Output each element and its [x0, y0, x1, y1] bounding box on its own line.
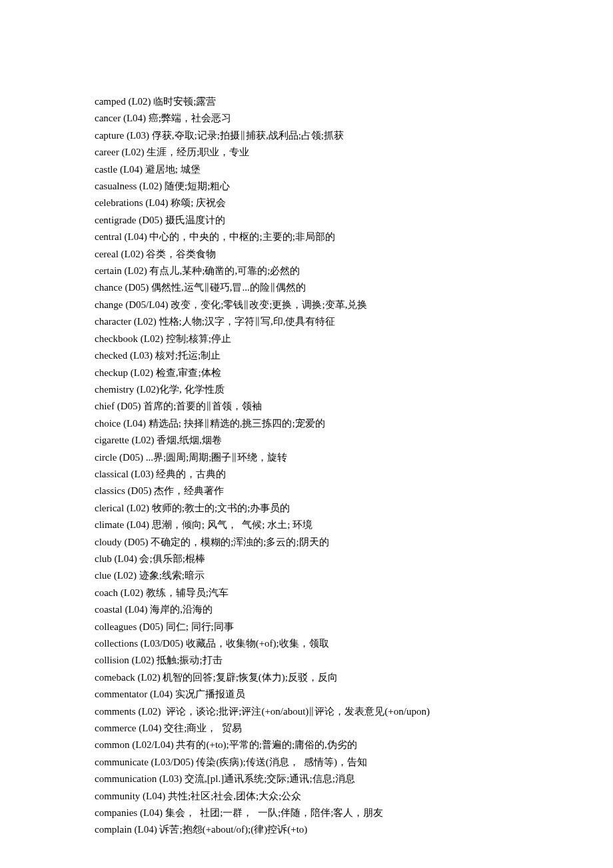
entry-definition: 检查,审查;体检	[156, 367, 221, 378]
vocabulary-entry: commentator (L04) 实况广播报道员	[95, 686, 613, 703]
entry-word: comments	[95, 706, 136, 717]
entry-definition: 有点儿,某种;确凿的,可靠的;必然的	[149, 265, 300, 276]
vocabulary-entry: coastal (L04) 海岸的,沿海的	[95, 601, 613, 618]
entry-word: club	[95, 553, 112, 564]
entry-definition: 化学性质	[185, 384, 225, 395]
entry-word: checkup	[95, 367, 128, 378]
entry-word: certain	[95, 265, 122, 276]
vocabulary-entry: comments (L02) 评论，谈论;批评;评注(+on/about)‖评论…	[95, 703, 613, 720]
vocabulary-entry: character (L02) 性格;人物;汉字，字符‖写,印,使具有特征	[95, 313, 613, 330]
vocabulary-entry: communicate (L03/D05) 传染(疾病);传送(消息， 感情等)…	[95, 754, 613, 771]
entry-code: (L04)	[123, 418, 146, 429]
entry-definition: 牧师的;教士的;文书的;办事员的	[152, 503, 291, 513]
vocabulary-entry: camped (L02) 临时安顿;露营	[95, 93, 613, 110]
entry-definition: 交往;商业， 贸易	[164, 723, 242, 733]
entry-word: communication	[95, 773, 157, 784]
entry-word: cloudy	[95, 537, 122, 547]
entry-definition: 临时安顿;露营	[153, 96, 216, 107]
entry-word: cereal	[95, 249, 119, 259]
vocabulary-entry: common (L02/L04) 共有的(+to);平常的;普遍的;庸俗的,伪劣…	[95, 737, 613, 753]
entry-definition: 交流,[pl.]通讯系统;交际;通讯;信息;消息	[185, 773, 355, 784]
vocabulary-entry: certain (L02) 有点儿,某种;确凿的,可靠的;必然的	[95, 263, 613, 279]
vocabulary-entry: complain (L04) 诉苦;抱怨(+about/of);(律)控诉(+t…	[95, 821, 613, 838]
vocabulary-entry: colleagues (D05) 同仁; 同行;同事	[95, 619, 613, 635]
entry-definition: 教练，辅导员;汽车	[146, 587, 229, 598]
entry-code: (L02)	[121, 147, 144, 157]
entry-code: (L02)	[127, 503, 149, 513]
vocabulary-entry: clerical (L02) 牧师的;教士的;文书的;办事员的	[95, 500, 613, 517]
vocabulary-entry: classical (L03) 经典的，古典的	[95, 466, 613, 483]
entry-word: classical	[95, 469, 129, 479]
entry-definition: 香烟,纸烟,烟卷	[157, 435, 222, 445]
vocabulary-entry: community (L04) 共性;社区;社会,团体;大众;公众	[95, 788, 613, 805]
vocabulary-entry: chance (D05) 偶然性,运气‖碰巧,冒...的险‖偶然的	[95, 279, 613, 296]
entry-word: checkbook	[95, 333, 138, 344]
entry-code: (L03)	[159, 773, 182, 784]
entry-definition: 偶然性,运气‖碰巧,冒...的险‖偶然的	[151, 282, 306, 293]
entry-definition: 俘获,夺取;记录;拍摄‖捕获,战利品;占领;抓获	[152, 130, 344, 141]
entry-definition: 称颂; 庆祝会	[171, 197, 226, 208]
vocabulary-entry: checkup (L02) 检查,审查;体检	[95, 365, 613, 381]
vocabulary-entry: capture (L03) 俘获,夺取;记录;拍摄‖捕获,战利品;占领;抓获	[95, 127, 613, 144]
entry-code: (L02)	[131, 367, 153, 378]
vocabulary-entry: communication (L03) 交流,[pl.]通讯系统;交际;通讯;信…	[95, 771, 613, 787]
entry-word: capture	[95, 130, 124, 141]
entry-word: cancer	[95, 113, 121, 123]
entry-definition: 谷类，谷类食物	[146, 249, 216, 259]
vocabulary-entry: centigrade (D05) 摄氏温度计的	[95, 212, 613, 229]
entry-word: colleagues	[95, 621, 137, 632]
entry-word: checked	[95, 350, 127, 361]
entry-definition: 诉苦;抱怨(+about/of);(律)控诉(+to)	[159, 824, 307, 835]
entry-word: complain	[95, 824, 132, 835]
entry-definition: 摄氏温度计的	[165, 215, 225, 225]
vocabulary-list-page: camped (L02) 临时安顿;露营cancer (L04) 癌;弊端，社会…	[0, 0, 613, 868]
entry-word: collections	[95, 638, 138, 649]
entry-definition: 会;俱乐部;棍棒	[139, 553, 205, 564]
entry-word: casualness	[95, 181, 137, 191]
entry-code: (L04)	[125, 604, 147, 615]
vocabulary-entry: checked (L03) 核对;托运;制止	[95, 347, 613, 364]
entry-code: (L04)	[135, 824, 157, 835]
entry-definition: 不确定的，模糊的;浑浊的;多云的;阴天的	[151, 537, 329, 547]
entry-code: (L04)	[143, 791, 165, 801]
entry-word: climate	[95, 519, 124, 530]
entry-word: comeback	[95, 672, 135, 683]
entry-code: (L02)	[141, 333, 163, 344]
entry-definition: 首席的;首要的‖首领，领袖	[143, 401, 262, 411]
vocabulary-entry: cereal (L02) 谷类，谷类食物	[95, 246, 613, 263]
entry-word: centigrade	[95, 215, 136, 225]
entry-definition: 改变，变化;零钱‖改变;更换，调换;变革,兑换	[171, 299, 367, 310]
entry-code: (L04)	[150, 689, 173, 699]
entry-definition: 癌;弊端，社会恶习	[149, 113, 231, 123]
entry-definition: 核对;托运;制止	[155, 350, 221, 361]
entry-definition: 避居地; 城堡	[145, 164, 201, 175]
entry-word: camped	[95, 96, 126, 107]
vocabulary-entry: commerce (L04) 交往;商业， 贸易	[95, 720, 613, 737]
entry-code: (D05)	[117, 401, 141, 411]
entry-code: (D05)	[125, 537, 149, 547]
entry-word: classics	[95, 485, 125, 496]
entry-word: choice	[95, 418, 121, 429]
entry-definition: 共有的(+to);平常的;普遍的;庸俗的,伪劣的	[176, 739, 356, 750]
entry-code: (L04)	[140, 807, 163, 818]
entry-code: (L02)化学,	[137, 384, 182, 395]
vocabulary-entry: clue (L02) 迹象;线索;暗示	[95, 567, 613, 584]
entry-word: career	[95, 147, 119, 157]
entry-word: commentator	[95, 689, 147, 699]
entry-definition: 生涯，经历;职业，专业	[147, 147, 249, 157]
vocabulary-entry: casualness (L02) 随便;短期;粗心	[95, 178, 613, 195]
vocabulary-entry: central (L04) 中心的，中央的，中枢的;主要的;非局部的	[95, 229, 613, 245]
entry-definition: 实况广播报道员	[175, 689, 245, 699]
entry-code: (L02/L04)	[132, 739, 173, 750]
entry-word: castle	[95, 164, 117, 175]
entry-code: (D05)	[139, 215, 163, 225]
entry-word: chemistry	[95, 384, 134, 395]
entry-word: commerce	[95, 723, 136, 733]
vocabulary-entry: comeback (L02) 机智的回答;复辟;恢复(体力);反驳，反向	[95, 669, 613, 686]
entry-code: (L02)	[134, 316, 157, 327]
entry-code: (L02)	[114, 570, 137, 581]
entry-code: (L03/D05)	[141, 638, 183, 649]
vocabulary-entry: checkbook (L02) 控制;核算;停止	[95, 331, 613, 347]
vocabulary-entry: climate (L04) 思潮，倾向; 风气， 气候; 水土; 环境	[95, 517, 613, 533]
entry-code: (L02)	[125, 265, 147, 276]
